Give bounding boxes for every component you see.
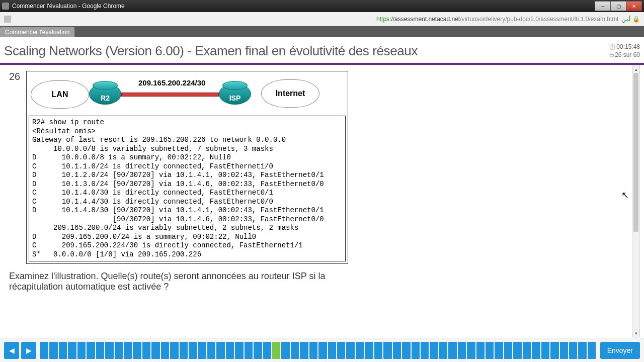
question-cell-12[interactable] [142, 342, 150, 359]
question-cell-29[interactable] [300, 342, 308, 359]
scroll-up-icon[interactable]: ▴ [632, 65, 640, 73]
cloud-internet: Internet [261, 79, 319, 108]
question-cell-13[interactable] [151, 342, 159, 359]
question-cell-11[interactable] [133, 342, 141, 359]
question-cell-55[interactable] [541, 342, 549, 359]
question-cell-7[interactable] [96, 342, 104, 359]
scroll-thumb[interactable] [633, 73, 638, 232]
question-cell-19[interactable] [207, 342, 215, 359]
question-cell-53[interactable] [523, 342, 531, 359]
submit-button[interactable]: Envoyer [600, 342, 640, 359]
link-r2-isp [121, 93, 219, 97]
question-cell-33[interactable] [337, 342, 345, 359]
question-cell-3[interactable] [59, 342, 67, 359]
maximize-button[interactable]: ▢ [610, 1, 626, 11]
question-number: 26 [9, 71, 20, 82]
next-button[interactable]: ▶ [21, 342, 36, 359]
clock-icon: 🕒 [609, 44, 615, 50]
browser-tab[interactable]: Commencer l'évaluation [0, 27, 75, 37]
question-cell-43[interactable] [430, 342, 438, 359]
question-cell-40[interactable] [402, 342, 410, 359]
question-cell-26[interactable] [272, 342, 280, 359]
scroll-track[interactable] [632, 73, 640, 329]
question-cell-20[interactable] [216, 342, 224, 359]
question-cell-1[interactable] [40, 342, 48, 359]
question-cell-24[interactable] [254, 342, 262, 359]
address-bar: https://assessment.netacad.net/virtuoso/… [0, 12, 644, 26]
router-isp-label: ISP [229, 94, 241, 102]
question-cell-52[interactable] [513, 342, 521, 359]
question-cell-34[interactable] [346, 342, 354, 359]
question-cell-4[interactable] [68, 342, 76, 359]
question-cell-47[interactable] [467, 342, 475, 359]
question-cell-30[interactable] [309, 342, 317, 359]
question-cell-25[interactable] [263, 342, 271, 359]
minimize-button[interactable]: ─ [595, 1, 611, 11]
question-cell-18[interactable] [198, 342, 206, 359]
question-cell-31[interactable] [318, 342, 327, 359]
scroll-down-icon[interactable]: ▾ [632, 329, 640, 337]
exam-status: 🕒00:15:48 ▭26 sur 60 [609, 43, 640, 59]
question-cell-44[interactable] [439, 342, 447, 359]
question-cell-2[interactable] [49, 342, 57, 359]
question-cell-28[interactable] [291, 342, 299, 359]
browser-tabbar: Commencer l'évaluation [0, 26, 644, 37]
secure-label: أمن [621, 16, 630, 23]
close-button[interactable]: ✕ [626, 1, 642, 11]
question-cell-14[interactable] [161, 342, 169, 359]
router-r2-label: R2 [101, 94, 110, 102]
window-titlebar: Commencer l'évaluation - Google Chrome ─… [0, 0, 644, 12]
question-cell-9[interactable] [115, 342, 123, 359]
cli-output: R2# show ip route <Résultat omis> Gatewa… [29, 116, 346, 261]
question-text: Examinez l'illustration. Quelle(s) route… [9, 271, 331, 292]
url-display[interactable]: https://assessment.netacad.net/virtuoso/… [376, 16, 618, 23]
question-cell-16[interactable] [180, 342, 188, 359]
exhibit-box: LAN R2 209.165.200.224/30 ISP Internet R… [26, 71, 348, 264]
question-cell-42[interactable] [421, 342, 429, 359]
question-cell-5[interactable] [77, 342, 86, 359]
question-nav-bar: ◀ ▶ Envoyer [0, 338, 644, 362]
question-cell-60[interactable] [588, 342, 596, 359]
url-protocol: https [376, 16, 389, 23]
router-isp: ISP [219, 83, 251, 105]
question-cell-10[interactable] [124, 342, 132, 359]
question-cell-50[interactable] [495, 342, 503, 359]
question-cell-45[interactable] [448, 342, 456, 359]
question-cell-35[interactable] [356, 342, 364, 359]
window-buttons: ─ ▢ ✕ [595, 1, 642, 11]
question-area: 26 LAN R2 209.165.200.224/30 ISP Interne… [0, 65, 644, 337]
question-cell-22[interactable] [235, 342, 243, 359]
question-cell-37[interactable] [374, 342, 382, 359]
question-cell-56[interactable] [550, 342, 558, 359]
exam-progress: 26 sur 60 [615, 51, 640, 58]
question-cell-15[interactable] [170, 342, 178, 359]
question-cell-49[interactable] [486, 342, 494, 359]
question-cell-38[interactable] [383, 342, 391, 359]
page-icon: ▭ [609, 52, 614, 58]
network-diagram: LAN R2 209.165.200.224/30 ISP Internet [29, 73, 346, 113]
question-cell-54[interactable] [532, 342, 540, 359]
question-cell-27[interactable] [281, 342, 289, 359]
question-cell-32[interactable] [328, 342, 336, 359]
lock-icon: 🔒 [632, 16, 640, 23]
question-cell-23[interactable] [245, 342, 253, 359]
question-cell-59[interactable] [578, 342, 586, 359]
question-cell-48[interactable] [476, 342, 485, 359]
url-host: ://assessment.netacad.net [389, 16, 460, 23]
question-cell-39[interactable] [393, 342, 401, 359]
assessment-page: Scaling Networks (Version 6.00) - Examen… [0, 37, 644, 362]
question-cell-46[interactable] [458, 342, 466, 359]
question-cell-21[interactable] [226, 342, 234, 359]
question-cell-17[interactable] [189, 342, 197, 359]
question-cell-8[interactable] [105, 342, 113, 359]
scrollbar[interactable]: ▴ ▾ [632, 65, 640, 337]
question-cell-51[interactable] [504, 342, 512, 359]
question-cell-58[interactable] [569, 342, 577, 359]
prev-button[interactable]: ◀ [4, 342, 19, 359]
question-cell-36[interactable] [365, 342, 373, 359]
question-cell-41[interactable] [412, 342, 420, 359]
question-cell-6[interactable] [87, 342, 95, 359]
question-cell-57[interactable] [560, 342, 568, 359]
window-favicon [2, 3, 9, 10]
exam-title: Scaling Networks (Version 6.00) - Examen… [0, 37, 644, 65]
